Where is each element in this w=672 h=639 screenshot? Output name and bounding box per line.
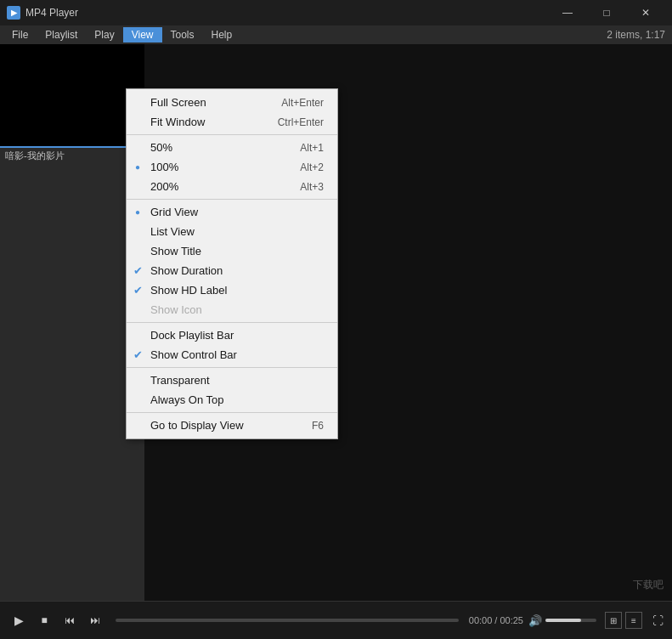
fit-window-shortcut: Ctrl+Enter [261, 116, 324, 128]
zoom-200-shortcut: Alt+3 [283, 181, 324, 193]
menu-file[interactable]: File [3, 27, 37, 42]
menu-dock-playlist[interactable]: Dock Playlist Bar [127, 325, 337, 345]
menu-list-view[interactable]: List View [127, 222, 337, 241]
menu-show-hd-label[interactable]: ✔ Show HD Label [127, 280, 337, 300]
show-control-bar-label: Show Control Bar [150, 348, 237, 361]
watermark: 下载吧 [633, 578, 664, 592]
show-title-label: Show Title [150, 245, 201, 257]
menu-view[interactable]: View [123, 27, 162, 42]
app-title: MP4 Player [25, 7, 548, 19]
stop-button[interactable]: ■ [34, 610, 54, 631]
progress-bar[interactable] [116, 619, 459, 622]
menu-bar: File Playlist Play View Tools Help 2 ite… [0, 25, 672, 44]
close-button[interactable]: ✕ [626, 0, 665, 25]
list-view-label: List View [150, 225, 195, 238]
dock-playlist-label: Dock Playlist Bar [150, 329, 234, 342]
menu-fullscreen[interactable]: Full Screen Alt+Enter [127, 93, 337, 112]
show-hd-check: ✔ [133, 284, 143, 297]
volume-bar[interactable] [545, 619, 596, 622]
show-hd-label: Show HD Label [150, 284, 227, 297]
app-icon: ▶ [7, 6, 20, 20]
menu-playlist[interactable]: Playlist [37, 27, 86, 42]
menu-transparent[interactable]: Transparent [127, 370, 337, 390]
show-duration-label: Show Duration [150, 264, 223, 277]
show-duration-check: ✔ [133, 264, 143, 277]
zoom-100-label: 100% [150, 161, 178, 173]
fullscreen-button[interactable]: ⛶ [652, 614, 664, 627]
separator-2 [127, 199, 337, 200]
zoom-50-label: 50% [150, 141, 172, 154]
next-button[interactable]: ⏭ [85, 610, 105, 631]
playlist-item-label: 喑影-我的影片 [0, 146, 144, 166]
menu-go-display-view[interactable]: Go to Display View F6 [127, 416, 337, 435]
menu-200[interactable]: 200% Alt+3 [127, 177, 337, 196]
always-on-top-label: Always On Top [150, 393, 223, 406]
zoom-100-bullet: ● [135, 162, 140, 172]
menu-show-duration[interactable]: ✔ Show Duration [127, 261, 337, 280]
control-bar: ▶ ■ ⏮ ⏭ 00:00 / 00:25 🔊 ⊞ ≡ ⛶ [0, 601, 672, 639]
menu-show-title[interactable]: Show Title [127, 241, 337, 261]
zoom-50-shortcut: Alt+1 [283, 142, 324, 154]
play-button[interactable]: ▶ [8, 610, 29, 631]
volume-fill [545, 619, 581, 622]
show-control-check: ✔ [133, 348, 143, 361]
separator-5 [127, 412, 337, 413]
title-bar: ▶ MP4 Player — □ ✕ [0, 0, 672, 25]
menu-help[interactable]: Help [203, 27, 241, 42]
volume-control: 🔊 [528, 614, 596, 627]
menu-grid-view[interactable]: ● Grid View [127, 202, 337, 222]
zoom-100-shortcut: Alt+2 [283, 161, 324, 173]
menu-tools[interactable]: Tools [162, 27, 203, 42]
menu-play[interactable]: Play [86, 27, 122, 42]
menu-fit-window[interactable]: Fit Window Ctrl+Enter [127, 112, 337, 132]
transparent-label: Transparent [150, 374, 210, 387]
menu-show-icon: Show Icon [127, 300, 337, 320]
playlist-thumbnail [0, 44, 144, 146]
view-mode-buttons: ⊞ ≡ [605, 612, 642, 629]
window-controls: — □ ✕ [548, 0, 665, 25]
grid-view-bullet: ● [135, 207, 140, 217]
view-mode-2[interactable]: ≡ [625, 612, 642, 629]
grid-view-label: Grid View [150, 206, 198, 218]
go-display-view-shortcut: F6 [295, 420, 324, 432]
fullscreen-label: Full Screen [150, 96, 206, 109]
time-display: 00:00 / 00:25 [469, 615, 523, 625]
show-icon-label: Show Icon [150, 303, 202, 316]
minimize-button[interactable]: — [548, 0, 587, 25]
view-mode-1[interactable]: ⊞ [605, 612, 622, 629]
separator-1 [127, 134, 337, 135]
fullscreen-shortcut: Alt+Enter [264, 97, 324, 109]
separator-4 [127, 367, 337, 368]
go-display-view-label: Go to Display View [150, 419, 244, 432]
view-dropdown-menu: Full Screen Alt+Enter Fit Window Ctrl+En… [126, 88, 338, 439]
maximize-button[interactable]: □ [587, 0, 626, 25]
status-top: 2 items, 1:17 [607, 25, 665, 44]
menu-50[interactable]: 50% Alt+1 [127, 138, 337, 157]
volume-icon[interactable]: 🔊 [528, 614, 542, 627]
menu-100[interactable]: ● 100% Alt+2 [127, 157, 337, 177]
menu-show-control-bar[interactable]: ✔ Show Control Bar [127, 345, 337, 365]
playlist-panel: 喑影-我的影片 [0, 44, 144, 601]
playlist-item[interactable]: 喑影-我的影片 [0, 44, 144, 166]
menu-always-on-top[interactable]: Always On Top [127, 390, 337, 410]
separator-3 [127, 322, 337, 323]
zoom-200-label: 200% [150, 180, 178, 193]
fit-window-label: Fit Window [150, 116, 205, 128]
main-area: 喑影-我的影片 Full Screen Alt+Enter Fit Window… [0, 44, 672, 601]
prev-button[interactable]: ⏮ [59, 610, 80, 631]
